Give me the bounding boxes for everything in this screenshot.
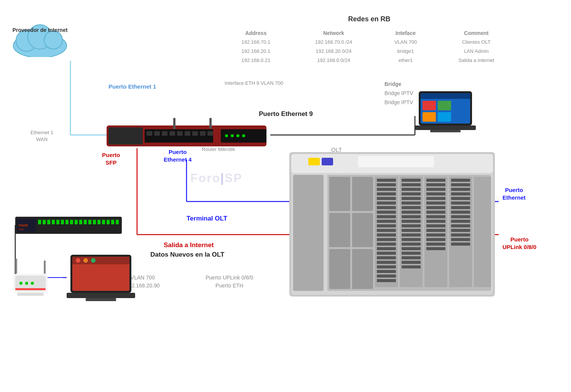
svg-rect-86 (402, 206, 421, 209)
svg-rect-65 (377, 215, 396, 218)
uplink-info: Puerto UPLink 0/8/0 Puerto ETH (206, 274, 253, 290)
datos-nuevos-label: Datos Nuevos en la OLT (150, 251, 224, 259)
interface-1: VLAN 700 (376, 38, 435, 47)
col-network: Network (291, 29, 376, 38)
svg-rect-124 (451, 215, 470, 218)
table-row: 192.168.70.1 192.168.70.0 /24 VLAN 700 C… (221, 38, 518, 47)
interface-text: Interface ETH 9 VLAN 700 (225, 80, 283, 86)
svg-rect-138 (52, 220, 55, 224)
salida-internet-label: Salida a Internet (164, 241, 214, 249)
interface-eth9-label: Interface ETH 9 VLAN 700 (225, 80, 283, 87)
svg-rect-149 (102, 220, 105, 224)
puerto-eth1-text: Puerto Ethernet 1 (108, 83, 156, 90)
interface-2: bridge1 (376, 47, 435, 56)
svg-rect-20 (108, 127, 143, 144)
svg-rect-59 (377, 188, 396, 191)
redes-table: Address Network Inteface Comment 192.168… (221, 29, 518, 65)
svg-rect-110 (426, 224, 445, 227)
svg-rect-31 (200, 131, 206, 136)
svg-rect-74 (377, 256, 396, 259)
svg-rect-63 (377, 206, 396, 209)
svg-rect-117 (451, 183, 470, 186)
svg-rect-116 (451, 179, 470, 182)
table-row: 192.168.20.1 192.168.20.0/24 bridge1 LAN… (221, 47, 518, 56)
svg-rect-155 (421, 93, 470, 99)
svg-text:THOR: THOR (18, 224, 28, 227)
address-1: 192.168.70.1 (221, 38, 291, 47)
puerto-ethernet1-label: Puerto Ethernet 1 (108, 83, 156, 90)
svg-rect-56 (474, 177, 491, 287)
svg-rect-66 (377, 220, 396, 223)
svg-rect-32 (207, 131, 213, 136)
svg-rect-90 (402, 224, 421, 227)
svg-rect-28 (177, 131, 183, 136)
svg-rect-173 (72, 257, 129, 264)
svg-rect-121 (451, 202, 470, 205)
router-bottom-left (11, 259, 49, 300)
svg-rect-145 (84, 220, 87, 224)
svg-rect-170 (15, 288, 46, 290)
svg-rect-135 (38, 220, 41, 224)
svg-point-35 (231, 134, 234, 137)
salida-internet-text: Salida a Internet (164, 241, 214, 249)
diagram-container: Proveedor de Internet Redes en RB Addres… (0, 0, 571, 392)
laptop-top-right (415, 91, 476, 141)
svg-rect-108 (426, 215, 445, 218)
svg-rect-44 (293, 175, 324, 291)
svg-point-34 (225, 134, 228, 137)
svg-rect-107 (426, 211, 445, 214)
svg-rect-89 (402, 220, 421, 223)
svg-rect-152 (116, 220, 119, 224)
svg-rect-51 (352, 249, 373, 289)
svg-rect-29 (185, 131, 190, 136)
svg-rect-64 (377, 211, 396, 214)
svg-rect-21 (173, 118, 175, 129)
terminal-olt-label: Terminal OLT (187, 215, 227, 222)
watermark: Foro|SP (190, 171, 242, 185)
laptop-bottom-left (67, 255, 135, 304)
svg-rect-139 (56, 220, 59, 224)
svg-rect-93 (402, 238, 421, 241)
network-3: 192.168.0.0/24 (291, 56, 376, 65)
svg-rect-78 (377, 275, 396, 278)
svg-point-175 (83, 258, 88, 263)
svg-rect-24 (147, 131, 152, 136)
svg-rect-88 (402, 215, 421, 218)
svg-rect-103 (426, 192, 445, 195)
table-row: 192.168.0.21 192.168.0.0/24 ether1 Salid… (221, 56, 518, 65)
eth1-wan-text: Ethernet 1WAN (30, 130, 53, 142)
svg-rect-105 (426, 202, 445, 205)
svg-rect-42 (308, 158, 320, 165)
svg-rect-136 (43, 220, 46, 224)
network-1: 192.168.70.0 /24 (291, 38, 376, 47)
svg-rect-119 (451, 192, 470, 195)
svg-rect-156 (423, 101, 436, 110)
svg-rect-94 (402, 243, 421, 246)
svg-rect-75 (377, 261, 396, 264)
svg-rect-144 (79, 220, 82, 224)
switch-device: THOR 7007 (15, 217, 122, 234)
puerto-ethernet4-label: PuertoEthernet 4 (164, 148, 191, 163)
svg-rect-95 (402, 247, 421, 250)
svg-point-176 (91, 258, 96, 263)
uplink-line1: Puerto UPLink 0/8/0 (206, 274, 253, 282)
svg-rect-123 (451, 211, 470, 214)
col-interface: Inteface (376, 29, 435, 38)
svg-rect-70 (377, 238, 396, 241)
svg-rect-71 (377, 243, 396, 246)
svg-rect-62 (377, 202, 396, 205)
svg-rect-91 (402, 229, 421, 232)
address-2: 192.168.20.1 (221, 47, 291, 56)
address-3: 192.168.0.21 (221, 56, 291, 65)
svg-rect-83 (402, 192, 421, 195)
svg-point-168 (31, 282, 34, 285)
svg-rect-118 (451, 188, 470, 191)
svg-rect-79 (377, 279, 396, 282)
svg-rect-22 (209, 118, 212, 129)
svg-rect-57 (377, 179, 396, 182)
svg-rect-150 (107, 220, 110, 224)
svg-rect-137 (47, 220, 50, 224)
svg-rect-41 (358, 156, 434, 167)
bridge-title: Bridge (384, 80, 413, 89)
svg-rect-98 (402, 261, 421, 264)
